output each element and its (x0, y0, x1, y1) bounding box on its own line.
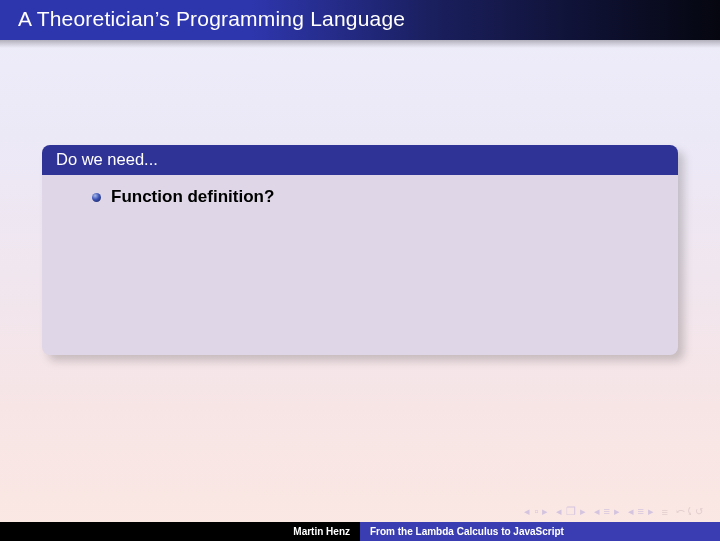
nav-back-button[interactable]: ⤺⤹↺ (674, 505, 707, 518)
title-bar: A Theoretician’s Programming Language (0, 0, 720, 40)
nav-controls: ◂ ▫ ▸ ◂ ❐ ▸ ◂ ≡ ▸ ◂ ≡ ▸ ≡ ⤺⤹↺ (522, 505, 706, 518)
footer-talk-title: From the Lambda Calculus to JavaScript (370, 526, 564, 537)
footer-author: Martin Henz (293, 526, 350, 537)
block-header-text: Do we need... (56, 150, 158, 168)
slide-title: A Theoretician’s Programming Language (18, 7, 405, 30)
block-header: Do we need... (42, 145, 678, 175)
title-bar-shadow (0, 40, 720, 48)
slide: A Theoretician’s Programming Language Do… (0, 0, 720, 541)
block: Do we need... Function definition? (42, 145, 678, 355)
nav-next-button[interactable]: ◂ ≡ ▸ (626, 505, 657, 518)
nav-up-button[interactable]: ◂ ≡ ▸ (592, 505, 623, 518)
footer: Martin Henz From the Lambda Calculus to … (0, 522, 720, 541)
nav-toc-button[interactable]: ≡ (660, 506, 671, 518)
nav-prev-button[interactable]: ◂ ❐ ▸ (554, 505, 589, 518)
footer-left: Martin Henz (0, 522, 360, 541)
bullet-icon (92, 193, 101, 202)
list-item: Function definition? (64, 187, 656, 207)
nav-first-button[interactable]: ◂ ▫ ▸ (522, 505, 551, 518)
footer-right: From the Lambda Calculus to JavaScript (360, 522, 720, 541)
bullet-text: Function definition? (111, 187, 274, 207)
block-body: Function definition? (42, 175, 678, 355)
content-area: Do we need... Function definition? (42, 145, 678, 355)
